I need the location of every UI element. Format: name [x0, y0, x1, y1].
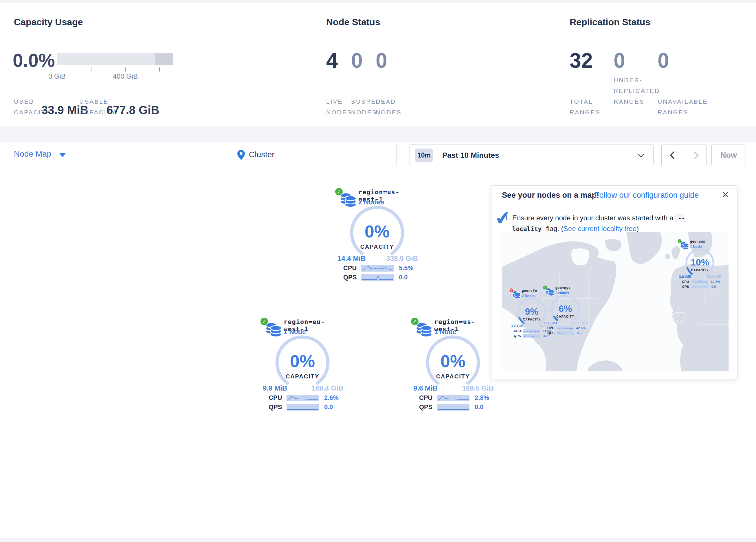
region-group-us-west-1[interactable]: ✓ region=us-west-1 1 Node 0% CAPACITY 9.…: [409, 317, 496, 414]
toolbar: Node Map Cluster 10m Past 10 Minutes Now: [0, 141, 756, 169]
qps-sparkline: [523, 334, 540, 338]
time-range-select[interactable]: 10m Past 10 Minutes: [410, 144, 654, 166]
cpu-sparkline: [361, 265, 394, 272]
total-value: 65.7 GiB: [572, 321, 587, 325]
qps-label: QPS: [419, 403, 436, 411]
step-text: Ensure every node in your cluster was st…: [512, 214, 675, 222]
configuration-guide-link[interactable]: Follow our configuration guide: [594, 191, 699, 200]
qps-label: QPS: [514, 334, 523, 338]
health-ok-badge: ✓: [410, 317, 419, 326]
qps-value: 0.0: [711, 285, 716, 289]
capacity-bar: [57, 53, 173, 65]
capacity-caption: CAPACITY: [349, 243, 405, 250]
check-icon: ✓: [262, 319, 266, 325]
geo-group-ams[interactable]: ✓ geo=ams 1 Node 10% CAPACITY 3.6 GiB 34…: [676, 238, 722, 290]
used-value: 9.6 MiB: [413, 384, 438, 392]
cpu-sparkline: [287, 395, 319, 401]
qps-label: QPS: [343, 274, 360, 281]
cpu-sparkline: [691, 280, 708, 284]
cpu-label: CPU: [682, 280, 691, 284]
cpu-label: CPU: [269, 394, 285, 402]
health-ok-badge: ✓: [260, 317, 269, 326]
geo-group-nyc[interactable]: ✓ geo=nyc 2 Nodes 6% CAPACITY 3.7 GiB 65…: [542, 285, 588, 337]
qps-value: 0.0: [577, 331, 581, 335]
capacity-caption: CAPACITY: [551, 315, 580, 319]
breadcrumb[interactable]: Cluster: [249, 150, 275, 159]
used-value: 9.9 MiB: [263, 384, 287, 392]
view-selector[interactable]: Node Map: [14, 149, 51, 159]
axis-tick: [91, 67, 91, 71]
qps-sparkline: [691, 285, 709, 289]
nodes-on-map-popup: See your nodes on a map! Follow our conf…: [491, 185, 737, 379]
check-icon: ✓: [544, 286, 546, 289]
capacity-percent: 0%: [425, 351, 481, 371]
qps-sparkline: [557, 331, 574, 335]
close-icon[interactable]: ✕: [722, 190, 729, 200]
locality-tree-link[interactable]: See current locality tree: [564, 225, 636, 232]
cpu-value: 12.3%: [711, 280, 720, 284]
qps-label: QPS: [269, 403, 285, 411]
region-group-us-east-1[interactable]: ✓ region=us-east-1 2 Nodes 0% CAPACITY 1…: [333, 187, 420, 284]
locality-label: geo=nyc: [555, 286, 571, 290]
cpu-value: 5.5%: [399, 264, 413, 272]
live-nodes-label: LIVE NODES: [326, 96, 352, 117]
qps-label: QPS: [547, 331, 556, 335]
node-status-title: Node Status: [326, 17, 380, 27]
time-range-badge: 10m: [415, 148, 433, 162]
qps-value: 0.0: [475, 403, 484, 411]
step-text: flag. (: [544, 225, 564, 232]
used-value: 3.2 GiB: [511, 324, 523, 328]
region-group-eu-west-1[interactable]: ✓ region=eu-west-1 1 Node 0% CAPACITY 9.…: [258, 317, 345, 414]
health-ok-badge: ✓: [677, 239, 682, 243]
node-map-page: Capacity Usage 0.0% 0 GiB 400 GiB USED C…: [0, 0, 756, 542]
health-warning-badge: 1: [509, 288, 514, 293]
cpu-value: 42.5%: [576, 326, 586, 330]
now-button[interactable]: Now: [711, 144, 746, 166]
popup-step-1: 1.Ensure every node in your cluster was …: [512, 213, 715, 234]
locality-label: geo=ams: [690, 239, 705, 243]
under-replicated-label: UNDER- REPLICATED RANGES: [614, 75, 660, 107]
qps-sparkline: [437, 404, 469, 411]
axis-tick: [125, 67, 126, 71]
big-check-icon: ✔: [494, 206, 512, 230]
toolbar-divider: [396, 144, 397, 166]
chevron-down-icon: [638, 151, 645, 158]
capacity-percent: 0.0%: [13, 50, 55, 71]
axis-tick-label: 0 GiB: [34, 72, 80, 80]
suspect-nodes-count: 0: [351, 49, 363, 72]
live-nodes-count: 4: [326, 49, 338, 72]
used-value: 3.6 GiB: [679, 275, 691, 279]
used-value: 3.7 GiB: [544, 321, 557, 325]
qps-value: 0.0: [399, 274, 408, 281]
capacity-bar-reserved: [155, 53, 173, 65]
capacity-caption: CAPACITY: [274, 373, 331, 380]
check-icon: ✓: [337, 189, 341, 195]
total-ranges-count: 32: [570, 49, 593, 72]
locality-label: geo=sfo: [522, 289, 537, 293]
summary-bar: Capacity Usage 0.0% 0 GiB 400 GiB USED C…: [0, 3, 756, 127]
capacity-percent: 6%: [551, 304, 580, 314]
cpu-label: CPU: [514, 329, 522, 333]
capacity-percent: 0%: [274, 351, 331, 371]
under-replicated-count: 0: [614, 49, 625, 72]
unavailable-count: 0: [658, 49, 669, 72]
qps-label: QPS: [682, 285, 691, 289]
capacity-caption: CAPACITY: [685, 269, 715, 272]
check-icon: ✓: [413, 319, 417, 325]
qps-sparkline: [361, 274, 394, 281]
replication-status-title: Replication Status: [570, 17, 650, 27]
capacity-percent: 0%: [349, 221, 405, 241]
unavailable-label: UNAVAILABLE RANGES: [658, 96, 708, 117]
time-range-label: Past 10 Minutes: [442, 151, 499, 160]
map-preview: 1 geo=sfo 2 Nodes 9% CAPACITY 3.2 GiB 35…: [502, 232, 729, 372]
health-ok-badge: ✓: [335, 187, 343, 196]
step-text: ): [636, 225, 639, 232]
cpu-sparkline: [437, 395, 469, 401]
used-value: 14.4 MiB: [337, 254, 366, 262]
cpu-value: 2.8%: [475, 394, 489, 402]
popup-title: See your nodes on a map!: [502, 191, 599, 200]
check-icon: ✓: [678, 239, 681, 242]
qps-sparkline: [287, 404, 319, 411]
capacity-caption: CAPACITY: [425, 373, 481, 380]
dropdown-triangle-icon: [59, 153, 66, 157]
